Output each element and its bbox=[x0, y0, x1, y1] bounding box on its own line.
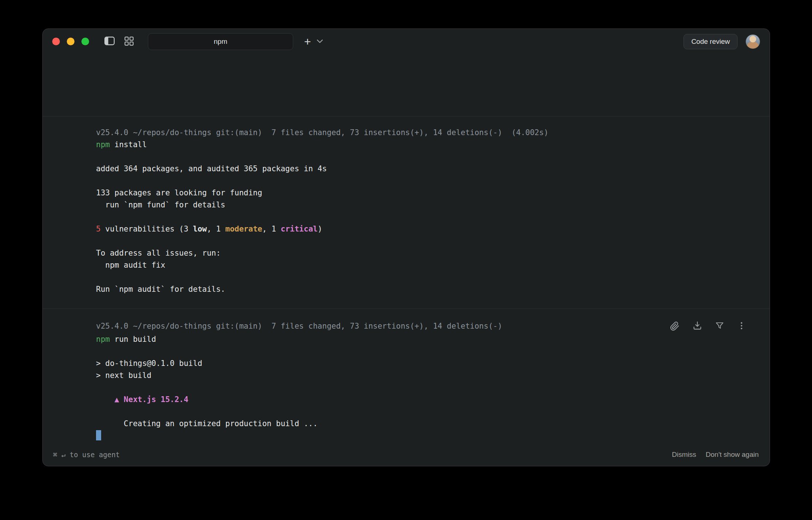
terminal-line: ▲ Next.js 15.2.4 bbox=[96, 394, 748, 406]
terminal-window: npm + Code review v25.4.0 ~/repos/do-thi… bbox=[42, 28, 770, 466]
dismiss-button[interactable]: Dismiss bbox=[672, 451, 696, 459]
terminal-line: To address all issues, run: bbox=[96, 247, 748, 259]
chevron-down-icon bbox=[317, 39, 323, 44]
terminal-line bbox=[96, 211, 748, 223]
terminal-line bbox=[96, 271, 748, 283]
more-options-button[interactable] bbox=[735, 320, 748, 333]
prompt-line: v25.4.0 ~/repos/do-things git:(main) 7 f… bbox=[96, 127, 548, 139]
block-actions bbox=[668, 319, 748, 333]
terminal-block-npm-install: v25.4.0 ~/repos/do-things git:(main) 7 f… bbox=[43, 116, 770, 309]
terminal-line bbox=[96, 235, 748, 247]
terminal-cursor bbox=[96, 430, 101, 440]
command-line: npm run build bbox=[96, 333, 748, 345]
command-output: > do-things@0.1.0 build> next build ▲ Ne… bbox=[96, 345, 748, 442]
terminal-line bbox=[96, 406, 748, 418]
attach-button[interactable] bbox=[668, 319, 681, 333]
empty-block bbox=[43, 54, 770, 116]
sidebar-toggle-icon bbox=[104, 37, 115, 46]
terminal-content[interactable]: v25.4.0 ~/repos/do-things git:(main) 7 f… bbox=[43, 54, 770, 455]
filter-button[interactable] bbox=[713, 320, 726, 333]
minimize-window-button[interactable] bbox=[67, 38, 74, 45]
kebab-menu-icon bbox=[737, 321, 746, 332]
dont-show-again-button[interactable]: Don't show again bbox=[706, 451, 759, 459]
terminal-line bbox=[96, 382, 748, 394]
terminal-line bbox=[96, 175, 748, 187]
prompt-line: v25.4.0 ~/repos/do-things git:(main) 7 f… bbox=[96, 320, 502, 332]
tab-npm[interactable]: npm bbox=[148, 33, 293, 50]
code-review-button[interactable]: Code review bbox=[683, 34, 738, 49]
close-window-button[interactable] bbox=[52, 38, 60, 45]
prompt-row: v25.4.0 ~/repos/do-things git:(main) 7 f… bbox=[96, 319, 748, 333]
footer-actions: Dismiss Don't show again bbox=[672, 451, 759, 459]
traffic-lights bbox=[52, 38, 89, 45]
new-tab-button[interactable]: + bbox=[303, 36, 313, 47]
terminal-line: > do-things@0.1.0 build bbox=[96, 358, 748, 370]
terminal-line: > next build bbox=[96, 370, 748, 382]
terminal-line: 133 packages are looking for funding bbox=[96, 187, 748, 199]
terminal-block-npm-run-build: v25.4.0 ~/repos/do-things git:(main) 7 f… bbox=[43, 309, 770, 455]
prompt-row: v25.4.0 ~/repos/do-things git:(main) 7 f… bbox=[96, 127, 748, 139]
terminal-line: 5 vulnerabilities (3 low, 1 moderate, 1 … bbox=[96, 223, 748, 235]
terminal-line: npm audit fix bbox=[96, 259, 748, 271]
layout-grid-icon bbox=[124, 36, 134, 47]
footer-bar: ⌘ ↵ to use agent Dismiss Don't show agai… bbox=[43, 446, 770, 466]
filter-icon bbox=[715, 321, 724, 332]
agent-shortcut-hint: ⌘ ↵ to use agent bbox=[53, 451, 120, 459]
paperclip-icon bbox=[670, 321, 680, 332]
user-avatar[interactable] bbox=[746, 34, 760, 49]
command-output: added 364 packages, and audited 365 pack… bbox=[96, 151, 748, 295]
download-button[interactable] bbox=[691, 319, 704, 333]
zoom-window-button[interactable] bbox=[81, 38, 89, 45]
terminal-line: run `npm fund` for details bbox=[96, 199, 748, 211]
terminal-line bbox=[96, 345, 748, 358]
download-icon bbox=[692, 321, 702, 332]
desktop-background: npm + Code review v25.4.0 ~/repos/do-thi… bbox=[0, 0, 812, 520]
titlebar: npm + Code review bbox=[43, 29, 770, 54]
terminal-line: Run `npm audit` for details. bbox=[96, 283, 748, 295]
new-tab-dropdown-button[interactable] bbox=[315, 37, 324, 46]
layout-grid-button[interactable] bbox=[123, 35, 135, 49]
command-line: npm install bbox=[96, 139, 748, 151]
terminal-line: Creating an optimized production build .… bbox=[96, 418, 748, 430]
tab-title: npm bbox=[214, 38, 227, 46]
terminal-line bbox=[96, 151, 748, 163]
terminal-line: added 364 packages, and audited 365 pack… bbox=[96, 163, 748, 175]
sidebar-toggle-button[interactable] bbox=[103, 35, 116, 48]
terminal-line bbox=[96, 430, 748, 442]
